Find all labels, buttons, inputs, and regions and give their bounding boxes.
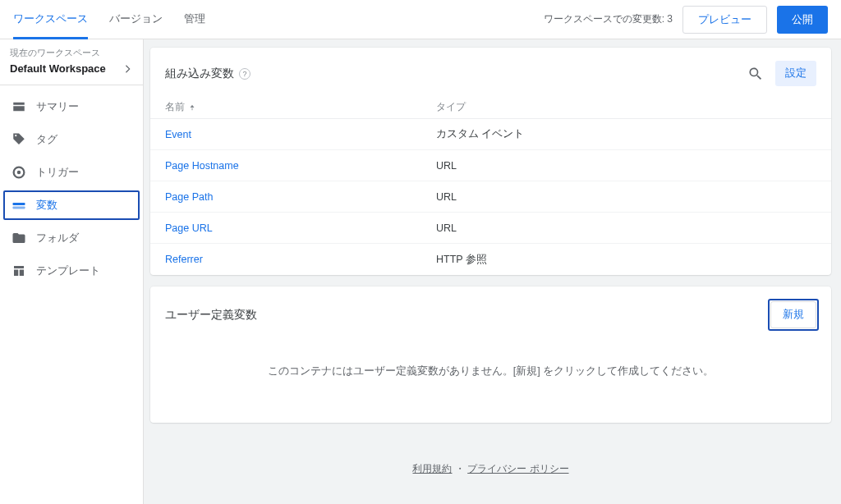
- sidebar-item-label: タグ: [36, 132, 57, 147]
- table-row[interactable]: Page HostnameURL: [150, 150, 831, 181]
- terms-link[interactable]: 利用規約: [412, 463, 452, 474]
- user-variables-title: ユーザー定義変数: [165, 308, 257, 323]
- sidebar-item-label: トリガー: [36, 165, 79, 180]
- table-row[interactable]: Eventカスタム イベント: [150, 119, 831, 150]
- workspace-selector[interactable]: 現在のワークスペース Default Workspace: [0, 39, 143, 85]
- sidebar-item-label: サマリー: [36, 99, 79, 114]
- svg-rect-0: [13, 203, 25, 205]
- workspace-caption: 現在のワークスペース: [10, 48, 133, 59]
- sidebar-item-summary[interactable]: サマリー: [0, 90, 143, 123]
- target-icon: [11, 165, 26, 180]
- chevron-right-icon: [122, 63, 133, 75]
- help-icon[interactable]: ?: [239, 68, 250, 80]
- preview-button[interactable]: プレビュー: [682, 6, 767, 34]
- main-content: 組み込み変数 ? 設定 名前 タイプ Eventカスタム イベント Page: [144, 39, 841, 504]
- search-icon[interactable]: [747, 66, 764, 82]
- variable-icon: [11, 198, 26, 213]
- sidebar-item-label: テンプレート: [36, 263, 100, 278]
- publish-button[interactable]: 公開: [777, 6, 828, 34]
- top-tabs: ワークスペース バージョン 管理: [13, 0, 205, 39]
- workspace-name: Default Workspace: [10, 62, 106, 75]
- builtin-title: 組み込み変数 ?: [165, 66, 250, 81]
- sidebar-item-variables[interactable]: 変数: [0, 189, 143, 222]
- sidebar-item-templates[interactable]: テンプレート: [0, 254, 143, 287]
- side-nav: サマリー タグ トリガー 変数 フォルダ テンプレート: [0, 85, 143, 287]
- sidebar-item-tags[interactable]: タグ: [0, 123, 143, 156]
- table-row[interactable]: ReferrerHTTP 参照: [150, 244, 831, 275]
- sidebar-item-triggers[interactable]: トリガー: [0, 156, 143, 189]
- template-icon: [11, 263, 26, 278]
- table-row[interactable]: Page PathURL: [150, 181, 831, 213]
- tab-workspace[interactable]: ワークスペース: [13, 1, 88, 39]
- sidebar-item-folders[interactable]: フォルダ: [0, 222, 143, 254]
- column-name-header[interactable]: 名前: [165, 101, 436, 113]
- dashboard-icon: [11, 99, 26, 114]
- sidebar-item-label: 変数: [36, 198, 57, 213]
- folder-icon: [11, 231, 26, 245]
- tab-admin[interactable]: 管理: [184, 1, 205, 39]
- privacy-link[interactable]: プライバシー ポリシー: [467, 463, 568, 474]
- configure-button[interactable]: 設定: [775, 61, 816, 86]
- tab-version[interactable]: バージョン: [109, 1, 163, 39]
- workspace-changes-count: ワークスペースでの変更数: 3: [544, 12, 673, 26]
- user-variables-card: ユーザー定義変数 新規 このコンテナにはユーザー定義変数がありません。[新規] …: [150, 286, 831, 423]
- footer: 利用規約 ・ プライバシー ポリシー: [150, 434, 831, 476]
- svg-rect-1: [13, 207, 25, 209]
- sort-asc-icon: [188, 103, 196, 112]
- tag-icon: [11, 132, 26, 147]
- column-type-header[interactable]: タイプ: [436, 101, 816, 113]
- empty-state-message: このコンテナにはユーザー定義変数がありません。[新規] をクリックして作成してく…: [150, 337, 831, 423]
- table-header: 名前 タイプ: [150, 96, 831, 119]
- table-row[interactable]: Page URLURL: [150, 213, 831, 244]
- sidebar: 現在のワークスペース Default Workspace サマリー タグ トリガ…: [0, 39, 144, 504]
- new-button[interactable]: 新規: [770, 301, 816, 328]
- top-bar: ワークスペース バージョン 管理 ワークスペースでの変更数: 3 プレビュー 公…: [0, 0, 841, 39]
- builtin-variables-card: 組み込み変数 ? 設定 名前 タイプ Eventカスタム イベント Page: [150, 48, 831, 275]
- sidebar-item-label: フォルダ: [36, 231, 79, 245]
